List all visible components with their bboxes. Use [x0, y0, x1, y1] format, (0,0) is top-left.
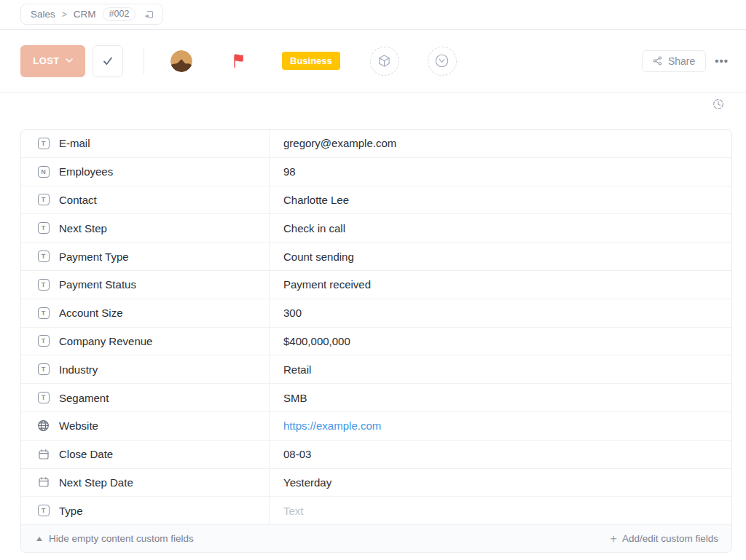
field-value[interactable]: 98 — [270, 158, 731, 186]
field-label-cell[interactable]: T Company Revenue — [21, 328, 270, 355]
field-label: Segament — [59, 392, 109, 404]
plus-icon: + — [610, 532, 617, 545]
version-button[interactable] — [428, 47, 457, 76]
status-dropdown-button[interactable]: LOST — [20, 45, 85, 77]
website-field-icon — [37, 419, 50, 432]
field-label-cell[interactable]: T Next Step — [21, 214, 270, 242]
add-edit-fields-button[interactable]: + Add/edit custom fields — [610, 532, 718, 545]
field-value[interactable]: Payment received — [270, 271, 731, 299]
field-label-cell[interactable]: T Account Size — [21, 299, 270, 327]
field-value[interactable]: Check in call — [270, 214, 731, 242]
field-label-cell[interactable]: T Payment Status — [21, 271, 270, 299]
text-field-icon: T — [37, 251, 50, 262]
field-label: Payment Type — [59, 251, 129, 263]
field-label-cell[interactable]: Website — [21, 412, 270, 440]
field-label-cell[interactable]: T Type — [21, 497, 270, 524]
number-field-icon: N — [37, 166, 50, 178]
breadcrumb-item-crm[interactable]: CRM — [74, 9, 96, 20]
field-value[interactable]: Count sending — [270, 242, 731, 270]
custom-fields-rows: T E-mail gregory@example.com N Employees… — [21, 130, 731, 525]
field-value[interactable]: gregory@example.com — [270, 130, 731, 157]
field-label: Company Revenue — [59, 335, 152, 347]
field-label-cell[interactable]: Next Step Date — [21, 469, 270, 497]
collapse-arrow-icon — [36, 537, 42, 541]
text-field-icon: T — [37, 222, 50, 234]
field-row: Website https://example.com — [21, 412, 731, 441]
field-label-cell[interactable]: N Employees — [21, 158, 270, 186]
task-toolbar: LOST Business — [0, 30, 746, 92]
share-icon — [653, 56, 662, 66]
date-field-icon — [37, 449, 50, 460]
field-value[interactable]: SMB — [270, 384, 731, 411]
checkmark-icon — [101, 55, 114, 68]
field-row: Close Date 08-03 — [21, 441, 731, 469]
field-label-cell[interactable]: T Payment Type — [21, 242, 270, 270]
breadcrumb: Sales > CRM #002 — [20, 4, 163, 25]
status-label: LOST — [33, 55, 59, 66]
share-button[interactable]: Share — [642, 50, 706, 72]
field-label: Industry — [59, 363, 98, 376]
assignee-avatar[interactable] — [170, 50, 192, 72]
field-label-cell[interactable]: T E-mail — [21, 130, 270, 157]
field-label: E-mail — [59, 137, 90, 149]
field-value[interactable]: 08-03 — [270, 441, 731, 468]
field-row: T Segament SMB — [21, 384, 731, 412]
hide-empty-fields-label: Hide empty content custom fields — [49, 533, 194, 544]
field-label: Close Date — [59, 448, 113, 460]
v-circle-icon — [434, 53, 449, 68]
field-label: Employees — [59, 165, 113, 178]
field-label: Payment Status — [59, 278, 136, 291]
text-field-icon: T — [37, 279, 50, 291]
field-value[interactable]: 300 — [270, 299, 731, 327]
add-edit-fields-label: Add/edit custom fields — [622, 533, 718, 544]
field-label: Next Step — [59, 222, 107, 234]
field-label-cell[interactable]: T Contact — [21, 186, 270, 214]
field-label-cell[interactable]: Close Date — [21, 441, 270, 468]
popout-icon[interactable] — [142, 7, 157, 22]
field-label-cell[interactable]: T Segament — [21, 384, 270, 411]
field-row: T Company Revenue $400,000,000 — [21, 328, 731, 356]
breadcrumb-separator: > — [62, 9, 67, 20]
text-field-icon: T — [37, 505, 50, 516]
toolbar-divider — [144, 48, 144, 74]
field-row: T Account Size 300 — [21, 299, 731, 328]
text-field-icon: T — [37, 194, 50, 205]
top-bar: Sales > CRM #002 — [0, 0, 746, 30]
hide-empty-fields-button[interactable]: Hide empty content custom fields — [36, 533, 194, 544]
field-label: Contact — [59, 194, 97, 206]
field-value[interactable]: Yesterday — [270, 469, 731, 497]
text-field-icon: T — [37, 335, 50, 347]
field-value[interactable]: https://example.com — [270, 412, 731, 440]
field-value[interactable]: Text — [270, 497, 731, 524]
more-options-button[interactable]: ••• — [715, 55, 729, 67]
field-row: T Next Step Check in call — [21, 214, 731, 242]
custom-fields-panel: T E-mail gregory@example.com N Employees… — [20, 129, 732, 553]
field-row: N Employees 98 — [21, 158, 731, 186]
text-field-icon: T — [37, 138, 50, 149]
field-value[interactable]: Retail — [270, 355, 731, 383]
text-field-icon: T — [37, 392, 50, 403]
field-label: Type — [59, 505, 83, 517]
field-row: Next Step Date Yesterday — [21, 469, 731, 497]
field-label-cell[interactable]: T Industry — [21, 355, 270, 383]
priority-flag-icon[interactable] — [232, 53, 245, 68]
field-row: T Payment Status Payment received — [21, 271, 731, 299]
field-value[interactable]: Charlotte Lee — [270, 186, 731, 214]
dependencies-button[interactable] — [370, 47, 399, 76]
text-field-icon: T — [37, 307, 50, 319]
field-label: Website — [59, 419, 98, 432]
tag-business[interactable]: Business — [282, 52, 340, 70]
task-id-badge[interactable]: #002 — [103, 7, 136, 21]
tag-label: Business — [290, 55, 332, 66]
text-field-icon: T — [37, 363, 50, 375]
share-label: Share — [668, 55, 695, 67]
chevron-down-icon — [66, 58, 73, 63]
complete-task-button[interactable] — [93, 45, 123, 77]
breadcrumb-item-sales[interactable]: Sales — [31, 9, 55, 20]
field-row: T Industry Retail — [21, 355, 731, 384]
field-value[interactable]: $400,000,000 — [270, 328, 731, 355]
field-row: T Payment Type Count sending — [21, 242, 731, 271]
time-estimate-icon[interactable] — [712, 98, 724, 113]
custom-fields-footer: Hide empty content custom fields + Add/e… — [21, 525, 731, 552]
field-label: Next Step Date — [59, 476, 133, 489]
